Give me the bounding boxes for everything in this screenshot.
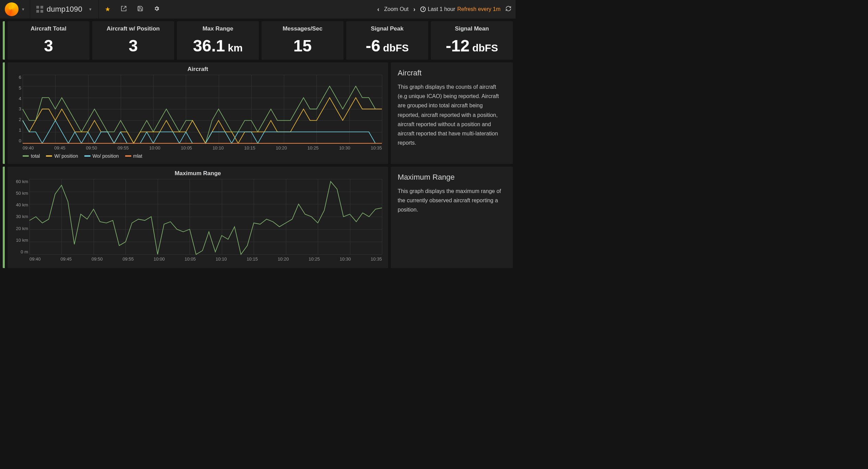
stat-value: 3 xyxy=(8,38,89,54)
y-tick: 2 xyxy=(12,117,21,122)
stat-title: Aircraft Total xyxy=(8,25,89,32)
share-icon[interactable] xyxy=(121,5,127,13)
stat-title: Messages/Sec xyxy=(262,25,343,32)
x-tick: 10:00 xyxy=(154,256,165,262)
stat-title: Signal Mean xyxy=(431,25,513,32)
x-tick: 09:40 xyxy=(23,145,34,151)
grafana-logo-menu[interactable]: ▼ xyxy=(0,0,30,19)
legend-item[interactable]: total xyxy=(23,153,40,159)
x-tick: 10:30 xyxy=(340,256,351,262)
y-tick: 60 km xyxy=(12,179,28,184)
stat-panel[interactable]: Signal Mean-12dbFS xyxy=(431,21,513,60)
legend-label: W/ position xyxy=(54,153,78,159)
row-handle[interactable] xyxy=(3,62,5,164)
x-tick: 09:45 xyxy=(54,145,65,151)
x-tick: 10:30 xyxy=(339,145,350,151)
y-tick: 0 m xyxy=(12,249,28,254)
stat-panel[interactable]: Aircraft w/ Position3 xyxy=(92,21,174,60)
aircraft-chart-panel[interactable]: Aircraft 6543210 09:4009:4509:5009:5510:… xyxy=(8,62,388,164)
x-tick: 10:00 xyxy=(149,145,160,151)
x-tick: 10:15 xyxy=(244,145,255,151)
star-icon[interactable]: ★ xyxy=(105,5,110,13)
stat-title: Aircraft w/ Position xyxy=(92,25,174,32)
y-tick: 0 xyxy=(12,138,21,143)
x-tick: 10:20 xyxy=(278,256,289,262)
x-tick: 10:25 xyxy=(308,145,319,151)
grafana-logo-icon xyxy=(5,2,19,16)
dashboard-picker[interactable]: dump1090 ▼ xyxy=(30,0,99,19)
max-range-description-panel: Maximum Range This graph displays the ma… xyxy=(391,167,513,268)
y-tick: 40 km xyxy=(12,202,28,207)
legend-item[interactable]: W/ position xyxy=(46,153,78,159)
side-title: Aircraft xyxy=(398,69,506,77)
side-text: This graph displays the counts of aircra… xyxy=(398,82,506,147)
time-range-back[interactable]: ‹ xyxy=(377,6,379,13)
settings-icon[interactable] xyxy=(154,5,160,13)
panel-title: Maximum Range xyxy=(12,170,384,177)
legend-swatch xyxy=(23,155,29,157)
stat-panel[interactable]: Max Range36.1km xyxy=(177,21,259,60)
dashboard-grid-icon xyxy=(36,6,43,13)
legend-label: Wo/ position xyxy=(93,153,119,159)
y-tick: 5 xyxy=(12,85,21,91)
stat-panel[interactable]: Signal Peak-6dbFS xyxy=(346,21,428,60)
top-navbar: ▼ dump1090 ▼ ★ ‹ Zoom Out › Last 1 hour xyxy=(0,0,516,19)
x-tick: 10:25 xyxy=(309,256,320,262)
aircraft-description-panel: Aircraft This graph displays the counts … xyxy=(391,62,513,164)
stat-value: -6dbFS xyxy=(346,38,428,54)
y-tick: 6 xyxy=(12,75,21,80)
series-range xyxy=(29,181,382,254)
row-handle[interactable] xyxy=(3,21,5,60)
x-tick: 09:55 xyxy=(118,145,129,151)
time-range-forward[interactable]: › xyxy=(413,6,415,13)
chart-row-range: Maximum Range 60 km50 km40 km30 km20 km1… xyxy=(0,167,516,271)
stat-title: Max Range xyxy=(177,25,259,32)
caret-down-icon: ▼ xyxy=(88,7,92,11)
y-tick: 50 km xyxy=(12,191,28,196)
stat-panel[interactable]: Aircraft Total3 xyxy=(8,21,89,60)
x-tick: 10:10 xyxy=(216,256,227,262)
legend-item[interactable]: mlat xyxy=(125,153,142,159)
stat-value: -12dbFS xyxy=(431,38,513,54)
stat-title: Signal Peak xyxy=(346,25,428,32)
legend-swatch xyxy=(46,155,52,157)
dashboard-title: dump1090 xyxy=(47,5,82,14)
x-tick: 10:35 xyxy=(371,256,382,262)
stat-panel[interactable]: Messages/Sec15 xyxy=(262,21,343,60)
x-tick: 10:35 xyxy=(371,145,382,151)
refresh-interval-label: Refresh every 1m xyxy=(457,6,501,12)
x-tick: 10:20 xyxy=(276,145,287,151)
zoom-out-button[interactable]: Zoom Out xyxy=(384,6,409,12)
x-tick: 10:10 xyxy=(213,145,224,151)
x-tick: 09:55 xyxy=(122,256,134,262)
time-picker[interactable]: Last 1 hour Refresh every 1m xyxy=(420,6,501,12)
x-tick: 10:05 xyxy=(184,256,196,262)
x-tick: 09:45 xyxy=(60,256,72,262)
chart-row-aircraft: Aircraft 6543210 09:4009:4509:5009:5510:… xyxy=(0,62,516,167)
refresh-now-icon[interactable] xyxy=(505,5,511,13)
max-range-chart-panel[interactable]: Maximum Range 60 km50 km40 km30 km20 km1… xyxy=(8,167,388,268)
legend-label: mlat xyxy=(133,153,142,159)
panel-title: Aircraft xyxy=(12,66,384,73)
y-tick: 3 xyxy=(12,106,21,111)
x-tick: 09:40 xyxy=(29,256,41,262)
time-range-label: Last 1 hour xyxy=(428,6,455,12)
y-tick: 10 km xyxy=(12,238,28,243)
y-tick: 4 xyxy=(12,96,21,101)
series-W/ position xyxy=(23,98,382,143)
y-tick: 20 km xyxy=(12,226,28,231)
x-tick: 10:15 xyxy=(246,256,258,262)
side-title: Maximum Range xyxy=(398,173,506,182)
legend-item[interactable]: Wo/ position xyxy=(84,153,119,159)
save-icon[interactable] xyxy=(137,5,143,13)
stat-value: 36.1km xyxy=(177,38,259,54)
caret-down-icon: ▼ xyxy=(21,7,25,11)
legend-label: total xyxy=(31,153,40,159)
y-tick: 1 xyxy=(12,128,21,133)
row-handle[interactable] xyxy=(3,167,5,268)
x-tick: 10:05 xyxy=(181,145,192,151)
legend-swatch xyxy=(84,155,91,157)
chart-legend: totalW/ positionWo/ positionmlat xyxy=(23,153,384,159)
stat-panel-row: Aircraft Total3Aircraft w/ Position3Max … xyxy=(0,19,516,62)
stat-value: 15 xyxy=(262,38,343,54)
